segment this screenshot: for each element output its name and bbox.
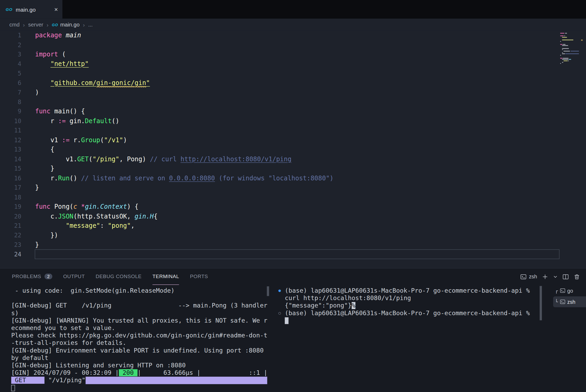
trash-icon [574,273,580,280]
terminal-dropdown-chevron[interactable] [553,274,558,279]
code-line-19[interactable]: func Pong(c *gin.Context) { [35,202,333,212]
terminal-line [11,384,270,391]
terminal-line [11,295,270,302]
breadcrumb-separator: › [83,21,85,28]
terminal-tab-label: zsh [567,299,575,305]
code-line-22[interactable]: }) [35,230,333,240]
code-line-17[interactable]: } [35,183,333,193]
terminal-left-scrollbar[interactable] [267,286,269,296]
command-decoration-icon[interactable]: ○ [278,309,281,317]
line-number: 4 [0,59,21,69]
new-terminal-button[interactable] [542,273,548,280]
terminal-line: {"message":"pong"}% [285,302,540,309]
terminal-line: -trust-all-proxies for details. [11,339,270,347]
launch-profile-button[interactable]: zsh [520,273,537,280]
code-line-4[interactable]: "net/http" [35,59,333,69]
code-line-10[interactable]: r := gin.Default() [35,116,333,126]
code-line-23[interactable]: } [35,240,333,250]
code-lines: package mainimport ( "net/http" "github.… [35,31,333,259]
line-number: 9 [0,107,21,116]
line-number: 3 [0,50,21,59]
line-number: 1 [0,31,21,40]
code-line-6[interactable]: "github.com/gin-gonic/gin" [35,78,333,88]
breadcrumb-item--[interactable]: ... [88,22,93,28]
go-icon: GO [52,23,58,27]
line-number: 19 [0,202,21,212]
breadcrumb-item-cmd[interactable]: cmd [9,22,20,28]
panel-tab-debug-console[interactable]: DEBUG CONSOLE [96,268,142,285]
terminal-line: ○(base) lap60631@LAP60631s-MacBook-Pro-7… [285,309,540,317]
panel-tab-ports[interactable]: PORTS [190,268,208,285]
code-line-1[interactable]: package main [35,31,333,40]
terminal-right-scrollbar[interactable] [540,286,542,320]
panel-tab-problems[interactable]: PROBLEMS2 [12,268,52,285]
profile-label: zsh [529,274,537,280]
line-number: 22 [0,230,21,240]
terminal-line [285,317,540,324]
line-number: 13 [0,145,21,154]
code-line-9[interactable]: func main() { [35,107,333,116]
line-number: 12 [0,135,21,145]
tab-title: main.go [16,6,36,12]
terminal-pane-right[interactable]: ●(base) lap60631@LAP60631s-MacBook-Pro-7… [285,287,540,324]
close-tab-icon[interactable]: × [54,6,58,12]
split-tree-glyph: ┌ [555,288,558,293]
code-line-20[interactable]: c.JSON(http.StatusOK, gin.H{ [35,211,333,221]
panel-actions: zsh [520,268,580,285]
terminal-tab-label: go [567,288,573,294]
code-line-16[interactable]: r.Run() // listen and serve on 0.0.0.0:8… [35,173,333,183]
line-number: 21 [0,221,21,230]
code-line-12[interactable]: v1 := r.Group("/v1") [35,135,333,145]
breadcrumb-separator: › [47,21,49,28]
split-icon [562,273,569,280]
panel-tabs: PROBLEMS2OUTPUTDEBUG CONSOLETERMINALPORT… [12,268,219,285]
kill-terminal-button[interactable] [574,273,580,280]
code-editor[interactable]: 123456789101112131415161718192021222324 … [0,31,586,268]
terminal-line: s) [11,309,270,317]
terminal-tab-zsh[interactable]: └zsh [553,296,586,307]
code-line-3[interactable]: import ( [35,50,333,59]
terminal-line: [GIN-debug] GET /v1/ping --> main.Pong (… [11,302,270,309]
terminal-icon [520,273,527,280]
terminal-pane-left[interactable]: - using code: gin.SetMode(gin.ReleaseMod… [11,287,270,392]
terminal-list: ┌go└zsh [553,285,586,307]
plus-icon [542,273,548,280]
line-number: 20 [0,211,21,221]
terminal-line: by default [11,354,270,362]
command-decoration-icon[interactable]: ● [278,287,281,295]
minimap[interactable] [559,32,583,69]
terminal-line: Please check https://pkg.go.dev/github.c… [11,332,270,339]
breadcrumb-item-server[interactable]: server [28,22,43,28]
breadcrumb-item-main-go[interactable]: GOmain.go [52,22,80,28]
panel-tab-output[interactable]: OUTPUT [63,268,85,285]
code-line-8[interactable] [35,97,333,107]
code-line-15[interactable]: } [35,164,333,173]
code-line-5[interactable] [35,69,333,78]
breadcrumb-separator: › [23,21,25,28]
line-number: 14 [0,154,21,164]
line-number: 16 [0,173,21,183]
line-number: 7 [0,88,21,97]
code-line-2[interactable] [35,40,333,50]
line-number: 8 [0,97,21,107]
line-number: 2 [0,40,21,50]
editor-tab-main-go[interactable]: GO main.go × [0,0,62,19]
line-number: 15 [0,164,21,173]
code-line-11[interactable] [35,126,333,135]
split-terminal-button[interactable] [562,273,569,280]
panel-tab-terminal[interactable]: TERMINAL [152,268,179,285]
code-line-13[interactable]: { [35,145,333,154]
code-line-18[interactable] [35,193,333,202]
panel-header: PROBLEMS2OUTPUTDEBUG CONSOLETERMINALPORT… [0,268,586,285]
code-line-7[interactable]: ) [35,88,333,97]
terminal-line: [GIN-debug] Listening and serving HTTP o… [11,362,270,369]
split-tree-glyph: └ [555,299,558,305]
code-line-14[interactable]: v1.GET("/ping", Pong) // curl http://loc… [35,154,333,164]
code-line-21[interactable]: "message": "pong", [35,221,333,230]
breadcrumb: cmd›server›GOmain.go›... [0,19,586,30]
terminal-line: curl http://localhost:8080/v1/ping [285,295,540,302]
gutter: 123456789101112131415161718192021222324 [0,31,21,259]
line-number: 6 [0,78,21,88]
terminal-tab-go[interactable]: ┌go [553,285,586,296]
current-line-highlight [35,250,559,259]
